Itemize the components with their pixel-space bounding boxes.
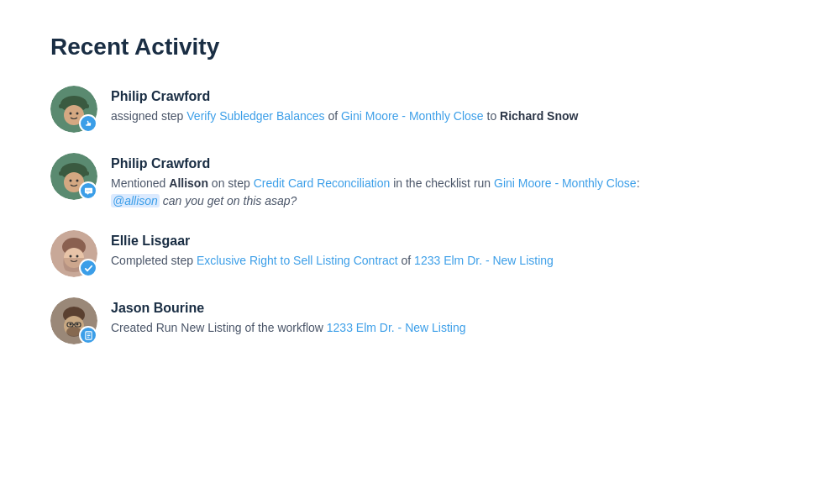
activity-item: Jason Bourine Created Run New Listing of… — [50, 297, 790, 344]
text-before: Created Run New Listing of the workflow — [111, 321, 327, 334]
document-badge — [79, 326, 97, 344]
text-mid: on step — [208, 176, 254, 190]
activity-content: Ellie Lisgaar Completed step Exclusive R… — [111, 230, 790, 270]
svg-point-4 — [70, 113, 72, 115]
svg-point-21 — [70, 323, 72, 326]
text-before: Mentioned — [111, 176, 169, 190]
text-before: Completed step — [111, 254, 197, 267]
activity-list: Philip Crawford assigned step Verify Sub… — [50, 86, 790, 344]
text-mid: of — [325, 109, 341, 123]
thumbs-up-badge — [79, 114, 97, 133]
activity-content: Philip Crawford assigned step Verify Sub… — [111, 86, 790, 125]
mention-tag: @allison — [111, 194, 160, 207]
svg-point-5 — [76, 113, 79, 115]
activity-description: Created Run New Listing of the workflow … — [111, 319, 790, 337]
avatar-wrapper — [50, 297, 97, 344]
workflow-link[interactable]: 1233 Elm Dr. - New Listing — [327, 321, 466, 334]
step-link[interactable]: Verify Subledger Balances — [186, 109, 324, 123]
mention-message: can you get on this asap? — [160, 194, 297, 207]
text-mid2: in the checklist run — [390, 176, 494, 190]
assignee-name: Richard Snow — [500, 109, 578, 123]
text-before: assigned step — [111, 109, 186, 123]
person-name: Ellie Lisgaar — [111, 234, 790, 249]
avatar-wrapper — [50, 230, 97, 277]
activity-description: assigned step Verify Subledger Balances … — [111, 108, 790, 125]
svg-point-10 — [70, 180, 72, 182]
page-title: Recent Activity — [50, 34, 790, 60]
svg-point-16 — [76, 255, 79, 258]
activity-description: Completed step Exclusive Right to Sell L… — [111, 252, 790, 270]
step-link[interactable]: Exclusive Right to Sell Listing Contract — [197, 254, 398, 267]
text-mid2: to — [484, 109, 500, 123]
checklist-link[interactable]: 1233 Elm Dr. - New Listing — [414, 254, 554, 267]
person-name: Jason Bourine — [111, 301, 790, 316]
mentioned-person: Allison — [169, 176, 208, 190]
avatar-wrapper — [50, 153, 97, 200]
avatar-wrapper — [50, 86, 97, 133]
person-name: Philip Crawford — [111, 89, 790, 104]
checklist-link[interactable]: Gini Moore - Monthly Close — [341, 109, 484, 123]
svg-point-22 — [76, 323, 79, 326]
svg-point-11 — [76, 180, 79, 182]
activity-description: Mentioned Allison on step Credit Card Re… — [111, 175, 790, 210]
step-link[interactable]: Credit Card Reconciliation — [254, 176, 391, 190]
person-name: Philip Crawford — [111, 156, 790, 171]
svg-point-15 — [70, 255, 72, 258]
checklist-link[interactable]: Gini Moore - Monthly Close — [494, 176, 637, 190]
activity-item: Ellie Lisgaar Completed step Exclusive R… — [50, 230, 790, 277]
activity-content: Philip Crawford Mentioned Allison on ste… — [111, 153, 790, 210]
activity-item: Philip Crawford assigned step Verify Sub… — [50, 86, 790, 133]
check-badge — [79, 259, 97, 277]
activity-item: Philip Crawford Mentioned Allison on ste… — [50, 153, 790, 210]
text-colon: : — [637, 176, 640, 190]
activity-content: Jason Bourine Created Run New Listing of… — [111, 297, 790, 337]
text-mid: of — [398, 254, 414, 267]
comment-badge — [79, 181, 97, 200]
